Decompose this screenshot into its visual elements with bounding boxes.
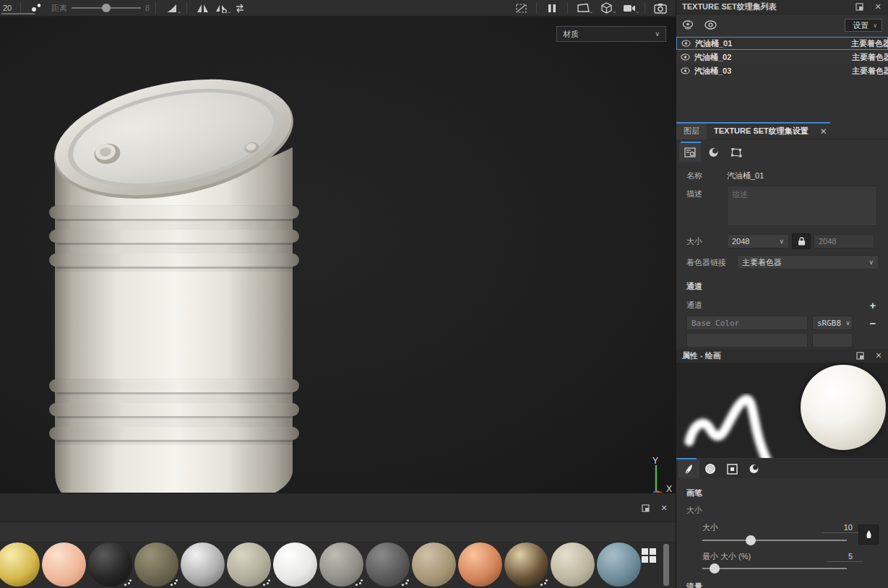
shelf-filter-bar[interactable]	[0, 522, 676, 542]
eye-icon[interactable]	[681, 40, 691, 47]
material-sphere[interactable]	[319, 542, 363, 587]
shader-link-dropdown[interactable]: 主要着色器 ∨	[737, 255, 879, 269]
size-dropdown[interactable]: 2048 ∨	[727, 234, 789, 248]
material-sphere[interactable]	[551, 542, 595, 587]
shelf-panel: ✕	[0, 493, 676, 588]
jitter-dots-icon[interactable]	[27, 1, 46, 15]
reproject-icon[interactable]	[230, 1, 249, 15]
chevron-down-icon: ⌄	[589, 9, 593, 14]
pen-pressure-button[interactable]	[858, 524, 879, 545]
chevron-down-icon: ∨	[873, 22, 877, 29]
texture-set-row[interactable]: 汽油桶_02 主要着色器	[676, 51, 888, 64]
eye-icon[interactable]	[681, 53, 690, 61]
shading-mode-dropdown[interactable]: 材质 ∨	[556, 26, 666, 42]
grid-view-icon[interactable]	[642, 548, 658, 564]
tab-texture-set-settings[interactable]: TEXTURE SET纹理集设置	[707, 124, 816, 139]
shelf-materials	[0, 542, 641, 588]
symmetry-icon[interactable]	[193, 1, 212, 15]
tab-stencil-icon[interactable]	[721, 459, 743, 478]
size-slider-label: 大小	[702, 522, 718, 533]
remove-channel-icon[interactable]: −	[867, 317, 879, 329]
close-icon[interactable]: ✕	[874, 352, 883, 360]
float-panel-icon[interactable]	[855, 352, 864, 360]
channels-section-title: 通道	[686, 281, 879, 292]
channel-name-input[interactable]	[686, 316, 808, 330]
smart-material-badge	[544, 582, 546, 584]
material-sphere[interactable]	[458, 542, 502, 587]
add-channel-icon[interactable]: +	[867, 299, 879, 311]
screenshot-camera-icon[interactable]	[651, 1, 670, 15]
tab-layers[interactable]: 图层	[676, 124, 707, 139]
distance-slider[interactable]	[72, 7, 141, 9]
name-label: 名称	[686, 170, 727, 181]
eye-icon[interactable]	[681, 67, 690, 74]
close-icon[interactable]: ✕	[874, 3, 882, 12]
size-mirror-input[interactable]	[814, 234, 874, 248]
viewport-mode-icon[interactable]: ⌄	[574, 1, 592, 15]
visibility-sync-icon[interactable]	[682, 20, 694, 31]
chevron-down-icon: ∨	[655, 30, 660, 38]
shelf-scrollbar[interactable]	[663, 544, 669, 586]
material-sphere[interactable]	[0, 542, 40, 587]
symmetry-settings-icon[interactable]: ⌄	[212, 1, 230, 15]
material-sphere[interactable]	[366, 542, 410, 587]
min-size-slider[interactable]	[702, 568, 847, 569]
mesh-display-icon[interactable]: ⌄	[597, 1, 616, 15]
material-sphere-preview	[801, 365, 886, 450]
channel-row-clipped	[686, 333, 879, 347]
texture-set-row[interactable]: 汽油桶_01 主要着色器	[676, 37, 888, 50]
float-panel-icon[interactable]	[641, 503, 650, 512]
toolbar-separator	[155, 2, 156, 14]
material-sphere[interactable]	[412, 542, 456, 587]
float-panel-icon[interactable]	[855, 3, 863, 12]
min-size-slider-knob[interactable]	[710, 563, 720, 574]
channel-format-dropdown[interactable]: sRGB8 ∨	[812, 316, 853, 330]
subtab-general-icon[interactable]	[679, 143, 701, 162]
material-sphere[interactable]	[42, 542, 86, 587]
tab-brush-icon[interactable]	[678, 459, 699, 478]
material-sphere[interactable]	[504, 542, 548, 587]
texture-set-row[interactable]: 汽油桶_03 主要着色器	[676, 64, 888, 77]
distance-slider-knob[interactable]	[102, 4, 111, 12]
texture-set-toolbar: 设置 ∨	[676, 14, 888, 36]
toolbar-separator	[645, 2, 645, 14]
size-slider[interactable]	[702, 540, 847, 541]
size-slider-knob[interactable]	[746, 535, 756, 545]
toolbar-separator	[186, 2, 187, 14]
tab-material-icon[interactable]	[743, 459, 764, 478]
pause-engine-icon[interactable]	[543, 1, 561, 15]
lock-ratio-button[interactable]	[792, 233, 811, 249]
channel-format-dropdown[interactable]	[812, 333, 853, 347]
subtab-mesh-icon[interactable]	[725, 143, 747, 162]
visibility-solo-icon[interactable]	[704, 20, 717, 31]
channel-row: sRGB8 ∨ −	[686, 316, 879, 330]
brush-size-value[interactable]: 20	[0, 1, 14, 15]
material-sphere[interactable]	[88, 542, 132, 587]
tab-close-icon[interactable]: ✕	[820, 126, 827, 137]
tab-alpha-icon[interactable]	[699, 459, 721, 478]
close-icon[interactable]: ✕	[660, 503, 668, 512]
size-group-label: 大小	[686, 505, 702, 516]
chevron-down-icon: ∨	[864, 259, 874, 266]
material-sphere[interactable]	[181, 542, 225, 587]
subtab-material-icon[interactable]	[702, 143, 724, 162]
selection-mask-disabled-icon[interactable]	[512, 1, 530, 15]
flow-section-title: 流量	[686, 581, 702, 588]
chevron-down-icon: ∨	[775, 238, 784, 245]
brush-preview	[676, 363, 888, 458]
material-sphere[interactable]	[273, 542, 317, 587]
viewport-3d[interactable]: 材质 ∨ Y X Z	[0, 17, 676, 493]
description-input[interactable]	[727, 186, 877, 226]
smart-material-badge	[359, 582, 361, 584]
camera-view-icon[interactable]: ⌄	[620, 1, 639, 15]
material-sphere[interactable]	[134, 542, 178, 587]
falloff-curve-icon[interactable]: ⌄	[162, 1, 181, 15]
material-sphere[interactable]	[227, 542, 271, 587]
channel-name-input[interactable]	[686, 333, 808, 347]
settings-button[interactable]: 设置 ∨	[845, 19, 882, 32]
size-value: 10	[822, 523, 863, 533]
oil-barrel-model	[49, 79, 301, 512]
material-sphere[interactable]	[597, 542, 641, 587]
min-size-slider-label: 最小 大小 (%)	[702, 551, 751, 562]
shelf-header: ✕	[0, 493, 676, 522]
